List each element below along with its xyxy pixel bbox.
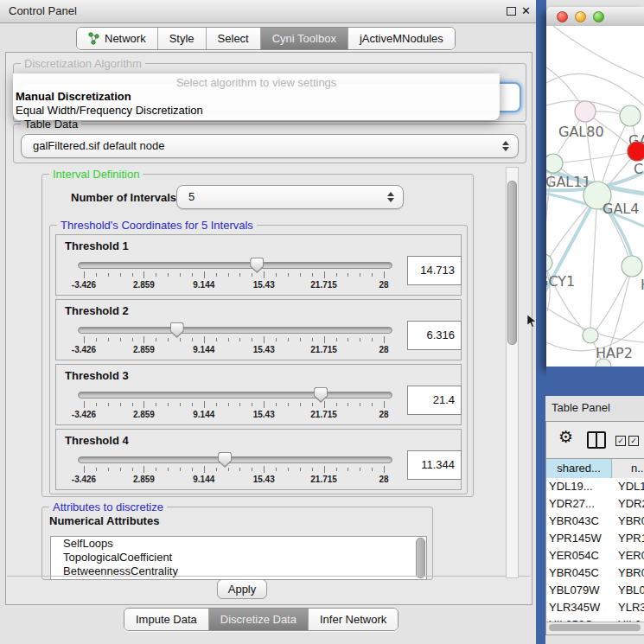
slider-tick: [132, 468, 133, 471]
slider-tick: [372, 468, 373, 471]
tab-jactivemnodules[interactable]: jActiveMNodules: [348, 28, 455, 49]
slider-tick: [324, 401, 325, 408]
network-edge[interactable]: [563, 151, 637, 163]
slider-tick-label: 15.43: [253, 410, 275, 419]
threshold-value-field[interactable]: 21.4: [407, 386, 462, 415]
network-node-gcy1[interactable]: [546, 254, 552, 271]
network-edge[interactable]: [553, 26, 644, 78]
algorithm-option-equal-width-frequency-discretization[interactable]: Equal Width/Frequency Discretization: [16, 104, 203, 117]
cell-shared-name[interactable]: YBL079W: [546, 582, 614, 599]
table-row[interactable]: YER054CYER0: [546, 547, 644, 564]
checkbox-icon[interactable]: ✓: [628, 436, 639, 446]
network-node-c[interactable]: [628, 142, 644, 161]
slider-thumb[interactable]: [218, 452, 232, 468]
cell-shared-name[interactable]: YPR145W: [546, 530, 614, 547]
tab-infer-network[interactable]: Infer Network: [308, 609, 398, 630]
table-row[interactable]: YPR145WYPR1: [546, 530, 644, 547]
cell-name[interactable]: YLR3: [614, 599, 644, 616]
attribute-item-topologicalcoefficient[interactable]: TopologicalCoefficient: [51, 551, 426, 564]
scrollbar-thumb[interactable]: [507, 181, 517, 345]
cell-shared-name[interactable]: YDL19...: [546, 478, 614, 495]
slider-tick-label: 21.715: [310, 280, 337, 290]
network-node-h[interactable]: [622, 256, 642, 277]
table-row[interactable]: YBR045CYBR0: [546, 564, 644, 582]
control-panel: Control Panel ✕ NetworkStyleSelectCyni T…: [0, 0, 536, 644]
slider-tick: [324, 271, 325, 278]
cell-name[interactable]: YPR1: [614, 530, 644, 547]
network-node-label: GAL11: [546, 174, 591, 190]
attribute-item-selfloops[interactable]: SelfLoops: [51, 537, 426, 551]
table-row[interactable]: YDR27...YDR2: [546, 495, 644, 513]
cell-name[interactable]: YBR0: [614, 513, 644, 530]
cell-shared-name[interactable]: YDR27...: [546, 495, 614, 513]
cell-name[interactable]: YER0: [614, 547, 644, 564]
columns-icon[interactable]: [587, 431, 606, 449]
slider-tick: [239, 468, 240, 471]
apply-button[interactable]: Apply: [217, 579, 267, 599]
cell-name[interactable]: YDL1: [614, 478, 644, 495]
close-icon[interactable]: ✕: [521, 4, 531, 17]
network-node-hap2[interactable]: [583, 328, 598, 343]
network-node-gal80[interactable]: [575, 101, 596, 122]
tab-discretize-data[interactable]: Discretize Data: [208, 609, 308, 630]
table-header-row: shared... n...: [546, 458, 644, 479]
threshold-value-field[interactable]: 11.344: [407, 450, 462, 480]
column-header-name[interactable]: n...: [612, 459, 644, 478]
network-graph[interactable]: GAL80GACGAL11GAL4GCY1HHAP2: [546, 26, 644, 367]
table-row[interactable]: YDL19...YDL1: [546, 478, 644, 495]
cell-shared-name[interactable]: YER054C: [546, 547, 614, 564]
float-window-icon[interactable]: [507, 7, 516, 16]
slider-track[interactable]: [78, 456, 392, 463]
network-node-gal11[interactable]: [546, 154, 563, 173]
table-row[interactable]: YBR043CYBR0: [546, 513, 644, 530]
network-canvas[interactable]: GAL80GACGAL11GAL4GCY1HHAP2: [546, 26, 644, 367]
column-header-shared-name[interactable]: shared...: [546, 459, 612, 478]
cell-name[interactable]: YDR2: [614, 495, 644, 513]
network-window-titlebar[interactable]: [546, 7, 644, 27]
threshold-value-field[interactable]: 6.316: [407, 321, 462, 350]
cell-name[interactable]: YBL0: [614, 582, 644, 599]
network-node-ga[interactable]: [620, 105, 641, 126]
gear-icon[interactable]: ⚙: [558, 427, 573, 446]
number-of-intervals-combobox[interactable]: 5: [176, 185, 404, 209]
slider-tick: [96, 403, 97, 406]
network-edge[interactable]: [546, 73, 644, 105]
tab-style[interactable]: Style: [157, 28, 206, 49]
numerical-attributes-list[interactable]: SelfLoopsTopologicalCoefficientBetweenne…: [50, 536, 427, 580]
slider-track[interactable]: [78, 327, 392, 334]
network-edge[interactable]: [585, 112, 595, 182]
table-row[interactable]: YLR345WYLR3: [546, 599, 644, 616]
slider-track[interactable]: [78, 262, 392, 269]
table-data-combobox[interactable]: galFiltered.sif default node: [21, 134, 519, 158]
tab-select[interactable]: Select: [206, 28, 260, 49]
minimize-traffic-light-icon[interactable]: [575, 11, 586, 22]
zoom-traffic-light-icon[interactable]: [593, 11, 604, 22]
cell-name[interactable]: YBR0: [614, 564, 644, 582]
panel-vertical-scrollbar[interactable]: [506, 167, 519, 578]
slider-thumb[interactable]: [170, 322, 184, 338]
slider-tick-label: 15.43: [253, 280, 275, 290]
threshold-value-field[interactable]: 14.713: [407, 256, 462, 285]
slider-tick-label: -3.426: [72, 280, 96, 290]
slider-thumb[interactable]: [314, 387, 328, 403]
scrollbar-thumb[interactable]: [549, 624, 641, 631]
tab-network[interactable]: Network: [77, 28, 157, 49]
network-edge[interactable]: [590, 195, 597, 328]
tab-cyni-toolbox[interactable]: Cyni Toolbox: [260, 28, 348, 49]
table-horizontal-scrollbar[interactable]: [546, 622, 644, 634]
cell-shared-name[interactable]: YBR043C: [546, 513, 614, 530]
close-traffic-light-icon[interactable]: [557, 11, 568, 22]
slider-track[interactable]: [78, 392, 392, 399]
checkbox-icon[interactable]: ✓: [615, 436, 626, 446]
list-scrollbar-thumb[interactable]: [416, 538, 425, 578]
table-row[interactable]: YBL079WYBL0: [546, 582, 644, 599]
cell-shared-name[interactable]: YBR045C: [546, 564, 614, 582]
slider-tick: [204, 336, 205, 343]
tab-impute-data[interactable]: Impute Data: [124, 609, 208, 630]
slider-tick: [264, 401, 265, 408]
slider-tick: [168, 338, 169, 341]
algorithm-option-manual-discretization[interactable]: Manual Discretization: [16, 90, 131, 103]
cell-shared-name[interactable]: YLR345W: [546, 599, 614, 616]
slider-tick: [372, 273, 373, 277]
slider-thumb[interactable]: [250, 258, 264, 273]
